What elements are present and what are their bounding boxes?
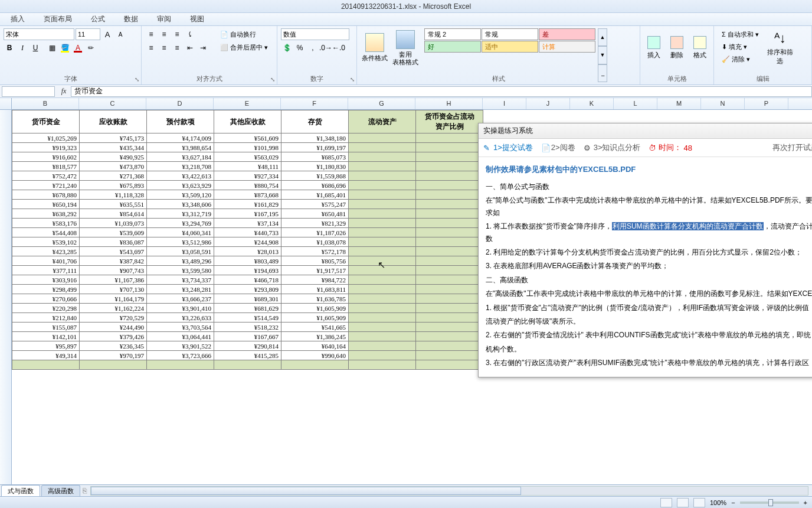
table-cell[interactable]: ¥270,666 (12, 294, 80, 304)
align-center-button[interactable]: ≡ (158, 42, 170, 54)
menu-view[interactable]: 视图 (186, 13, 208, 25)
table-cell[interactable]: ¥640,164 (281, 341, 349, 351)
table-cell[interactable]: ¥3,312,719 (147, 209, 214, 219)
table-cell[interactable] (416, 200, 483, 209)
table-cell[interactable]: ¥990,640 (281, 351, 349, 360)
col-header-C[interactable]: C (79, 98, 146, 109)
table-cell[interactable]: ¥583,176 (12, 219, 80, 228)
wrap-text-button[interactable]: 📄自动换行 (216, 28, 272, 40)
table-cell[interactable]: ¥377,111 (12, 266, 80, 275)
table-cell[interactable]: ¥3,599,580 (147, 266, 214, 275)
table-cell[interactable]: ¥927,334 (214, 171, 281, 181)
style-normal[interactable]: 常规 (482, 28, 538, 40)
table-cell[interactable]: ¥1,187,026 (281, 228, 349, 237)
table-cell[interactable]: ¥1,917,517 (281, 266, 349, 275)
table-cell[interactable]: ¥752,472 (12, 171, 80, 181)
dec-decimal-button[interactable]: ←.0 (333, 42, 345, 54)
table-cell[interactable]: ¥435,344 (80, 143, 147, 152)
table-cell[interactable] (416, 152, 483, 162)
table-cell[interactable]: ¥3,348,606 (147, 200, 214, 209)
table-cell[interactable] (349, 351, 416, 360)
font-name-select[interactable] (4, 28, 74, 40)
table-cell[interactable] (416, 171, 483, 181)
table-cell[interactable]: ¥821,329 (281, 219, 349, 228)
grow-font-button[interactable]: A (102, 28, 113, 40)
table-cell[interactable]: ¥650,194 (12, 200, 80, 209)
underline-button[interactable]: U (30, 42, 41, 54)
table-cell[interactable]: ¥539,609 (80, 228, 147, 237)
table-cell[interactable] (416, 304, 483, 313)
name-box[interactable] (2, 86, 55, 97)
table-header[interactable]: 货币资金占流动 资产比例 (416, 110, 483, 133)
table-cell[interactable]: ¥303,916 (12, 275, 80, 285)
table-header[interactable]: 存货 (281, 110, 349, 133)
table-cell[interactable]: ¥544,408 (12, 228, 80, 237)
table-cell[interactable]: ¥3,064,441 (147, 332, 214, 341)
insert-cells-button[interactable]: 插入 (644, 28, 664, 67)
total-cell[interactable] (147, 360, 214, 370)
align-right-button[interactable]: ≡ (171, 42, 183, 54)
table-cell[interactable]: ¥236,345 (80, 341, 147, 351)
table-cell[interactable]: ¥3,723,666 (147, 351, 214, 360)
table-cell[interactable] (416, 256, 483, 266)
table-cell[interactable] (349, 200, 416, 209)
normal-view-button[interactable] (660, 498, 672, 507)
table-cell[interactable]: ¥543,697 (80, 247, 147, 256)
col-header-K[interactable]: K (570, 98, 614, 109)
table-cell[interactable] (349, 341, 416, 351)
table-cell[interactable] (416, 341, 483, 351)
align-expand-icon[interactable]: ⤡ (270, 76, 275, 83)
table-cell[interactable]: ¥3,489,296 (147, 256, 214, 266)
table-cell[interactable]: ¥1,699,197 (281, 143, 349, 152)
table-cell[interactable]: ¥836,087 (80, 237, 147, 247)
table-cell[interactable]: ¥490,925 (80, 152, 147, 162)
table-cell[interactable]: ¥3,901,410 (147, 304, 214, 313)
col-header-I[interactable]: I (483, 98, 526, 109)
style-bad[interactable]: 差 (539, 28, 595, 40)
border-button[interactable]: ▦ (46, 42, 58, 54)
table-cell[interactable]: ¥3,226,633 (147, 313, 214, 323)
table-cell[interactable]: ¥379,426 (80, 332, 147, 341)
table-cell[interactable]: ¥650,481 (281, 209, 349, 219)
table-cell[interactable]: ¥854,614 (80, 209, 147, 219)
table-cell[interactable]: ¥155,087 (12, 323, 80, 332)
menu-layout[interactable]: 页面布局 (40, 13, 76, 25)
style-normal2[interactable]: 常规 2 (424, 28, 481, 40)
table-cell[interactable]: ¥689,301 (214, 294, 281, 304)
table-cell[interactable] (416, 190, 483, 200)
table-cell[interactable]: ¥1,386,245 (281, 332, 349, 341)
menu-formula[interactable]: 公式 (87, 13, 109, 25)
format-cells-button[interactable]: 格式 (689, 28, 710, 67)
table-cell[interactable] (349, 304, 416, 313)
menu-data[interactable]: 数据 (120, 13, 142, 25)
table-cell[interactable]: ¥575,247 (281, 200, 349, 209)
table-cell[interactable]: ¥541,665 (281, 323, 349, 332)
table-cell[interactable]: ¥514,549 (214, 313, 281, 323)
align-bottom-button[interactable]: ≡ (171, 28, 183, 40)
table-cell[interactable]: ¥4,174,009 (147, 133, 214, 143)
review-button[interactable]: 📄2>阅卷 (541, 142, 575, 153)
table-cell[interactable]: ¥3,509,120 (147, 190, 214, 200)
table-cell[interactable]: ¥721,240 (12, 181, 80, 190)
table-cell[interactable]: ¥907,743 (80, 266, 147, 275)
table-cell[interactable] (416, 313, 483, 323)
total-cell[interactable] (416, 360, 483, 370)
total-cell[interactable] (80, 360, 147, 370)
table-cell[interactable]: ¥101,998 (214, 143, 281, 152)
total-cell[interactable] (214, 360, 281, 370)
table-cell[interactable] (349, 228, 416, 237)
shrink-font-button[interactable]: A (114, 28, 126, 40)
table-cell[interactable]: ¥298,499 (12, 285, 80, 294)
table-cell[interactable] (349, 209, 416, 219)
table-cell[interactable]: ¥3,901,522 (147, 341, 214, 351)
table-cell[interactable]: ¥3,248,281 (147, 285, 214, 294)
col-header-P[interactable]: P (745, 98, 788, 109)
table-cell[interactable]: ¥4,060,341 (147, 228, 214, 237)
table-cell[interactable]: ¥1,683,811 (281, 285, 349, 294)
table-cell[interactable]: ¥290,814 (214, 341, 281, 351)
table-cell[interactable] (349, 332, 416, 341)
font-expand-icon[interactable]: ⤡ (135, 76, 139, 83)
table-cell[interactable]: ¥167,195 (214, 209, 281, 219)
font-size-select[interactable] (76, 28, 100, 40)
col-header-M[interactable]: M (657, 98, 701, 109)
